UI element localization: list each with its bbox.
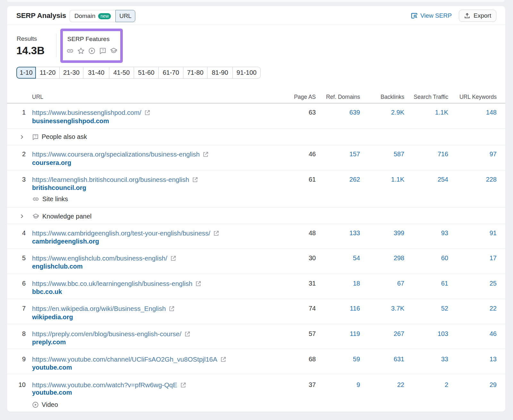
svg-text:?: ?: [102, 48, 104, 52]
svg-text:?: ?: [35, 134, 37, 138]
